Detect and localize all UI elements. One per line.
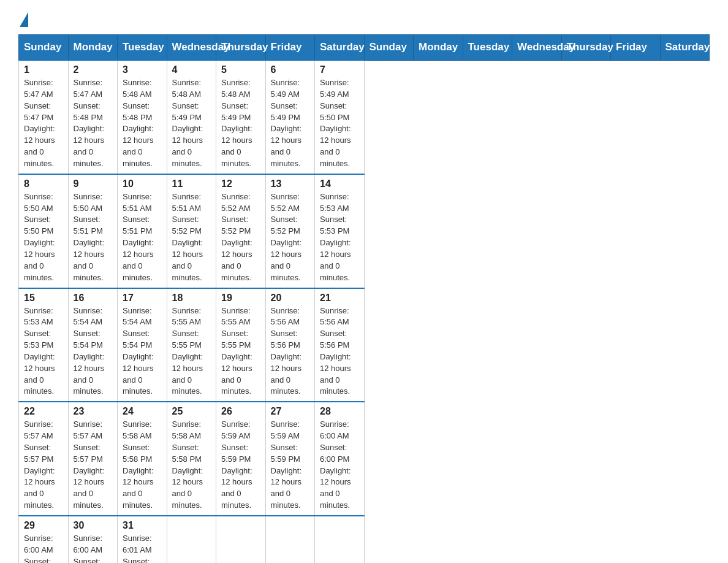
day-number: 31 xyxy=(123,520,162,531)
day-number: 26 xyxy=(221,406,260,417)
column-header-saturday: Saturday xyxy=(315,35,365,61)
day-info: Sunrise: 5:51 AMSunset: 5:52 PMDaylight:… xyxy=(172,192,203,282)
day-info: Sunrise: 5:48 AMSunset: 5:48 PMDaylight:… xyxy=(123,78,154,168)
calendar-cell: 5 Sunrise: 5:48 AMSunset: 5:49 PMDayligh… xyxy=(216,60,266,174)
day-number: 15 xyxy=(24,293,63,304)
day-number: 3 xyxy=(123,64,162,75)
calendar-cell: 2 Sunrise: 5:47 AMSunset: 5:48 PMDayligh… xyxy=(68,60,118,174)
day-info: Sunrise: 6:00 AMSunset: 6:01 PMDaylight:… xyxy=(74,534,105,563)
day-info: Sunrise: 5:56 AMSunset: 5:56 PMDaylight:… xyxy=(320,306,351,396)
day-number: 4 xyxy=(172,64,211,75)
calendar-cell: 15 Sunrise: 5:53 AMSunset: 5:53 PMDaylig… xyxy=(19,288,69,402)
calendar-cell xyxy=(216,516,266,563)
calendar-table: SundayMondayTuesdayWednesdayThursdayFrid… xyxy=(18,34,710,563)
day-info: Sunrise: 5:53 AMSunset: 5:53 PMDaylight:… xyxy=(24,306,55,396)
calendar-header-row: SundayMondayTuesdayWednesdayThursdayFrid… xyxy=(19,35,710,61)
calendar-cell: 29 Sunrise: 6:00 AMSunset: 6:00 PMDaylig… xyxy=(19,516,69,563)
column-header-monday: Monday xyxy=(68,35,118,61)
calendar-week-row: 22 Sunrise: 5:57 AMSunset: 5:57 PMDaylig… xyxy=(19,402,710,516)
column-header-tuesday: Tuesday xyxy=(118,35,167,61)
day-info: Sunrise: 6:01 AMSunset: 6:01 PMDaylight:… xyxy=(123,534,154,563)
calendar-cell xyxy=(265,516,315,563)
day-number: 2 xyxy=(74,64,113,75)
day-info: Sunrise: 5:51 AMSunset: 5:51 PMDaylight:… xyxy=(123,192,154,282)
calendar-week-row: 15 Sunrise: 5:53 AMSunset: 5:53 PMDaylig… xyxy=(19,288,710,402)
day-number: 7 xyxy=(320,64,359,75)
day-info: Sunrise: 5:49 AMSunset: 5:49 PMDaylight:… xyxy=(271,78,302,168)
calendar-cell: 11 Sunrise: 5:51 AMSunset: 5:52 PMDaylig… xyxy=(167,174,216,288)
day-number: 19 xyxy=(221,293,260,304)
calendar-cell: 6 Sunrise: 5:49 AMSunset: 5:49 PMDayligh… xyxy=(265,60,315,174)
day-info: Sunrise: 5:52 AMSunset: 5:52 PMDaylight:… xyxy=(221,192,252,282)
day-info: Sunrise: 5:54 AMSunset: 5:54 PMDaylight:… xyxy=(74,306,105,396)
day-number: 6 xyxy=(271,64,310,75)
calendar-cell: 24 Sunrise: 5:58 AMSunset: 5:58 PMDaylig… xyxy=(118,402,167,516)
day-number: 17 xyxy=(123,293,162,304)
calendar-cell: 8 Sunrise: 5:50 AMSunset: 5:50 PMDayligh… xyxy=(19,174,69,288)
column-header-friday: Friday xyxy=(265,35,315,61)
calendar-cell: 7 Sunrise: 5:49 AMSunset: 5:50 PMDayligh… xyxy=(315,60,365,174)
day-number: 11 xyxy=(172,178,211,190)
column-header-monday: Monday xyxy=(414,35,463,61)
calendar-cell: 20 Sunrise: 5:56 AMSunset: 5:56 PMDaylig… xyxy=(265,288,315,402)
day-number: 13 xyxy=(271,178,310,190)
day-info: Sunrise: 5:59 AMSunset: 5:59 PMDaylight:… xyxy=(271,419,302,510)
day-info: Sunrise: 6:00 AMSunset: 6:00 PMDaylight:… xyxy=(320,419,351,510)
calendar-week-row: 29 Sunrise: 6:00 AMSunset: 6:00 PMDaylig… xyxy=(19,516,710,563)
day-info: Sunrise: 5:52 AMSunset: 5:52 PMDaylight:… xyxy=(271,192,302,282)
column-header-wednesday: Wednesday xyxy=(167,35,216,61)
day-number: 28 xyxy=(320,406,359,417)
day-number: 24 xyxy=(123,406,162,417)
calendar-cell: 19 Sunrise: 5:55 AMSunset: 5:55 PMDaylig… xyxy=(216,288,266,402)
day-number: 1 xyxy=(24,64,63,75)
calendar-cell: 30 Sunrise: 6:00 AMSunset: 6:01 PMDaylig… xyxy=(68,516,118,563)
calendar-week-row: 1 Sunrise: 5:47 AMSunset: 5:47 PMDayligh… xyxy=(19,60,710,174)
day-info: Sunrise: 5:57 AMSunset: 5:57 PMDaylight:… xyxy=(74,419,105,510)
column-header-tuesday: Tuesday xyxy=(463,35,512,61)
day-info: Sunrise: 5:59 AMSunset: 5:59 PMDaylight:… xyxy=(221,419,252,510)
day-number: 21 xyxy=(320,293,359,304)
day-number: 14 xyxy=(320,178,359,190)
day-number: 10 xyxy=(123,178,162,190)
day-number: 9 xyxy=(74,178,113,190)
day-info: Sunrise: 5:58 AMSunset: 5:58 PMDaylight:… xyxy=(123,419,154,510)
day-number: 5 xyxy=(221,64,260,75)
page-header xyxy=(18,12,710,23)
day-number: 25 xyxy=(172,406,211,417)
day-info: Sunrise: 5:55 AMSunset: 5:55 PMDaylight:… xyxy=(221,306,252,396)
calendar-cell: 3 Sunrise: 5:48 AMSunset: 5:48 PMDayligh… xyxy=(118,60,167,174)
day-info: Sunrise: 5:48 AMSunset: 5:49 PMDaylight:… xyxy=(172,78,203,168)
day-number: 22 xyxy=(24,406,63,417)
calendar-cell: 27 Sunrise: 5:59 AMSunset: 5:59 PMDaylig… xyxy=(265,402,315,516)
calendar-cell: 22 Sunrise: 5:57 AMSunset: 5:57 PMDaylig… xyxy=(19,402,69,516)
column-header-friday: Friday xyxy=(611,35,661,61)
calendar-cell: 4 Sunrise: 5:48 AMSunset: 5:49 PMDayligh… xyxy=(167,60,216,174)
day-number: 12 xyxy=(221,178,260,190)
calendar-cell: 1 Sunrise: 5:47 AMSunset: 5:47 PMDayligh… xyxy=(19,60,69,174)
calendar-cell: 12 Sunrise: 5:52 AMSunset: 5:52 PMDaylig… xyxy=(216,174,266,288)
calendar-cell: 21 Sunrise: 5:56 AMSunset: 5:56 PMDaylig… xyxy=(315,288,365,402)
calendar-cell: 25 Sunrise: 5:58 AMSunset: 5:58 PMDaylig… xyxy=(167,402,216,516)
calendar-cell: 13 Sunrise: 5:52 AMSunset: 5:52 PMDaylig… xyxy=(265,174,315,288)
column-header-thursday: Thursday xyxy=(561,35,611,61)
day-info: Sunrise: 5:47 AMSunset: 5:47 PMDaylight:… xyxy=(24,78,55,168)
column-header-wednesday: Wednesday xyxy=(512,35,562,61)
day-info: Sunrise: 5:54 AMSunset: 5:54 PMDaylight:… xyxy=(123,306,154,396)
day-info: Sunrise: 5:50 AMSunset: 5:50 PMDaylight:… xyxy=(24,192,55,282)
day-number: 16 xyxy=(74,293,113,304)
column-header-saturday: Saturday xyxy=(660,35,710,61)
day-info: Sunrise: 5:47 AMSunset: 5:48 PMDaylight:… xyxy=(74,78,105,168)
calendar-cell: 23 Sunrise: 5:57 AMSunset: 5:57 PMDaylig… xyxy=(68,402,118,516)
calendar-cell: 28 Sunrise: 6:00 AMSunset: 6:00 PMDaylig… xyxy=(315,402,365,516)
day-number: 23 xyxy=(74,406,113,417)
day-number: 18 xyxy=(172,293,211,304)
day-number: 20 xyxy=(271,293,310,304)
day-info: Sunrise: 5:49 AMSunset: 5:50 PMDaylight:… xyxy=(320,78,351,168)
day-number: 27 xyxy=(271,406,310,417)
day-number: 30 xyxy=(74,520,113,531)
column-header-sunday: Sunday xyxy=(19,35,69,61)
calendar-cell: 14 Sunrise: 5:53 AMSunset: 5:53 PMDaylig… xyxy=(315,174,365,288)
day-info: Sunrise: 5:50 AMSunset: 5:51 PMDaylight:… xyxy=(74,192,105,282)
calendar-cell: 31 Sunrise: 6:01 AMSunset: 6:01 PMDaylig… xyxy=(118,516,167,563)
day-info: Sunrise: 5:58 AMSunset: 5:58 PMDaylight:… xyxy=(172,419,203,510)
